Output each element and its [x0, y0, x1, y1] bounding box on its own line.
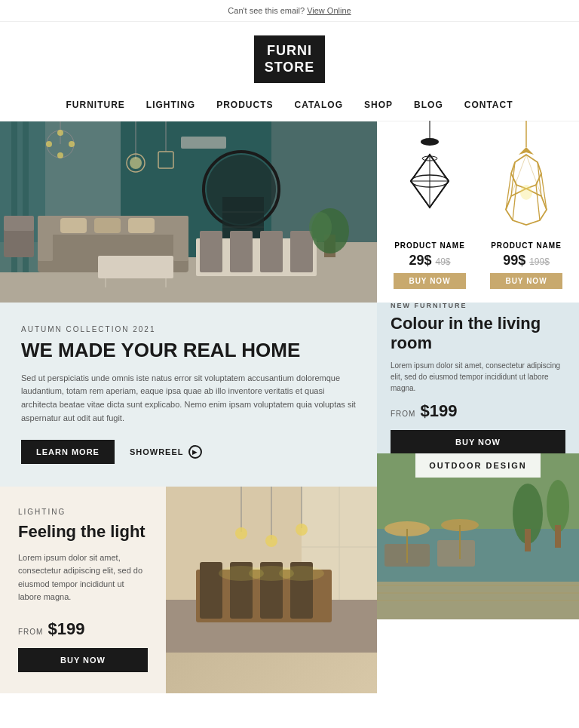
svg-rect-19 [98, 256, 173, 278]
nav-lighting[interactable]: LIGHTING [146, 100, 195, 110]
collection-section: AUTUMN COLLECTION 2021 WE MADE YOUR REAL… [0, 303, 377, 487]
outdoor-label: OUTDOOR DESIGN [415, 453, 540, 478]
product-old-price-1: 49$ [436, 256, 451, 267]
svg-point-34 [46, 141, 52, 147]
svg-point-37 [57, 152, 63, 158]
products-top: PRODUCT NAME 29$ 49$ BUY NOW [377, 121, 579, 303]
svg-rect-14 [38, 216, 53, 261]
nav-products[interactable]: PRODUCTS [216, 100, 273, 110]
product-price-row-1: 29$ 49$ [409, 253, 450, 269]
main-nav: FURNITURE LIGHTING PRODUCTS CATALOG SHOP… [0, 92, 579, 121]
new-furniture-price-row: FROM $199 [391, 401, 565, 421]
collection-buttons: LEARN MORE SHOWREEL ▶ [21, 440, 356, 464]
lighting-image [166, 487, 377, 693]
showreel-button[interactable]: SHOWREEL ▶ [130, 445, 202, 459]
product-buy-button-1[interactable]: BUY NOW [394, 273, 466, 289]
main-wrapper: AUTUMN COLLECTION 2021 WE MADE YOUR REAL… [0, 121, 579, 693]
svg-point-63 [279, 566, 324, 581]
svg-rect-23 [200, 231, 222, 272]
svg-rect-25 [260, 231, 283, 272]
topbar-text: Can't see this email? [228, 6, 305, 15]
nav-blog[interactable]: BLOG [414, 100, 443, 110]
lighting-body: Lorem ipsum dolor sit amet, consectetur … [18, 551, 148, 604]
svg-rect-15 [173, 216, 188, 261]
logo-line2: STORE [265, 60, 315, 76]
play-icon: ▶ [188, 445, 202, 459]
lighting-from-label: FROM [18, 628, 43, 636]
product-price-1: 29$ [409, 253, 431, 269]
svg-point-58 [265, 535, 277, 547]
lamp-image-2 [481, 121, 571, 241]
svg-rect-41 [181, 137, 226, 149]
product-price-2: 99$ [503, 253, 525, 269]
nav-contact[interactable]: CONTACT [464, 100, 513, 110]
svg-rect-43 [4, 216, 34, 231]
right-column: PRODUCT NAME 29$ 49$ BUY NOW [377, 121, 579, 693]
product-card-1: PRODUCT NAME 29$ 49$ BUY NOW [384, 129, 475, 295]
svg-point-95 [547, 480, 569, 533]
new-furniture-title: Colour in the living room [391, 314, 565, 352]
svg-marker-73 [519, 147, 534, 155]
lighting-buy-button[interactable]: BUY NOW [18, 648, 148, 672]
svg-rect-51 [200, 562, 222, 619]
new-furniture-panel: NEW FURNITURE Colour in the living room … [377, 303, 579, 453]
svg-line-82 [506, 155, 526, 210]
lighting-label: LIGHTING [18, 508, 148, 516]
collection-title: WE MADE YOUR REAL HOME [21, 339, 356, 361]
svg-point-84 [520, 185, 532, 200]
svg-rect-42 [4, 227, 34, 257]
left-column: AUTUMN COLLECTION 2021 WE MADE YOUR REAL… [0, 121, 377, 693]
lighting-title: Feeling the light [18, 522, 148, 542]
product-card-2: PRODUCT NAME 99$ 199$ BUY NOW [481, 129, 571, 295]
topbar-link[interactable]: View Online [307, 6, 351, 15]
lighting-from-price: $199 [47, 619, 84, 639]
product-name-1: PRODUCT NAME [394, 241, 465, 250]
logo-line1: FURNI [265, 43, 315, 60]
learn-more-button[interactable]: LEARN MORE [21, 440, 115, 464]
svg-point-60 [296, 524, 308, 536]
lighting-price-row: FROM $199 [18, 619, 148, 639]
svg-point-40 [309, 212, 332, 242]
product-name-2: PRODUCT NAME [491, 241, 562, 250]
product-old-price-2: 199$ [529, 256, 550, 267]
new-furniture-body: Lorem ipsum dolor sit amet, consectetur … [391, 360, 565, 394]
lamp-image-1 [384, 121, 475, 241]
collection-body: Sed ut perspiciatis unde omnis iste natu… [21, 372, 356, 425]
svg-rect-24 [230, 231, 253, 272]
new-furniture-from-price: $199 [420, 401, 457, 421]
new-furniture-buy-button[interactable]: BUY NOW [391, 430, 565, 454]
nav-catalog[interactable]: CATALOG [294, 100, 343, 110]
top-bar: Can't see this email? View Online [0, 0, 579, 22]
svg-rect-16 [60, 218, 87, 233]
hero-image [0, 121, 377, 303]
outdoor-section: OUTDOOR DESIGN [377, 453, 579, 619]
new-furniture-label: NEW FURNITURE [391, 302, 565, 309]
lighting-section: LIGHTING Feeling the light Lorem ipsum d… [0, 487, 377, 693]
logo[interactable]: FURNI STORE [254, 35, 326, 83]
svg-rect-88 [437, 540, 475, 567]
showreel-label: SHOWREEL [130, 447, 184, 456]
svg-point-36 [57, 130, 63, 136]
nav-furniture[interactable]: FURNITURE [66, 100, 124, 110]
svg-line-83 [526, 155, 547, 210]
new-furniture-from-label: FROM [391, 410, 415, 418]
svg-rect-18 [128, 218, 155, 233]
outdoor-bg-image: OUTDOOR DESIGN [377, 453, 579, 493]
header: FURNI STORE [0, 22, 579, 92]
svg-point-56 [235, 527, 247, 539]
svg-point-35 [69, 141, 75, 147]
svg-rect-26 [290, 231, 313, 272]
svg-rect-96 [555, 525, 561, 548]
svg-point-65 [421, 138, 439, 146]
collection-label: AUTUMN COLLECTION 2021 [21, 325, 356, 333]
product-price-row-2: 99$ 199$ [503, 253, 550, 269]
svg-point-29 [130, 157, 142, 169]
lighting-text: LIGHTING Feeling the light Lorem ipsum d… [0, 487, 166, 693]
svg-rect-94 [525, 529, 531, 551]
svg-rect-17 [94, 218, 121, 233]
product-buy-button-2[interactable]: BUY NOW [490, 273, 562, 289]
nav-shop[interactable]: SHOP [364, 100, 393, 110]
